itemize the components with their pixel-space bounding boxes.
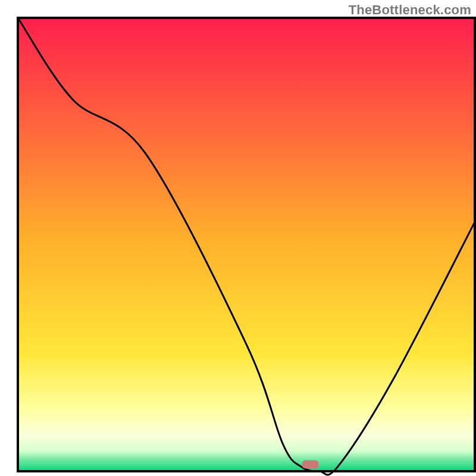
optimal-point-marker <box>302 461 319 469</box>
plot-background <box>18 18 475 471</box>
watermark-text: TheBottleneck.com <box>349 2 471 18</box>
chart-container: TheBottleneck.com <box>0 0 476 476</box>
bottleneck-chart <box>0 0 476 476</box>
